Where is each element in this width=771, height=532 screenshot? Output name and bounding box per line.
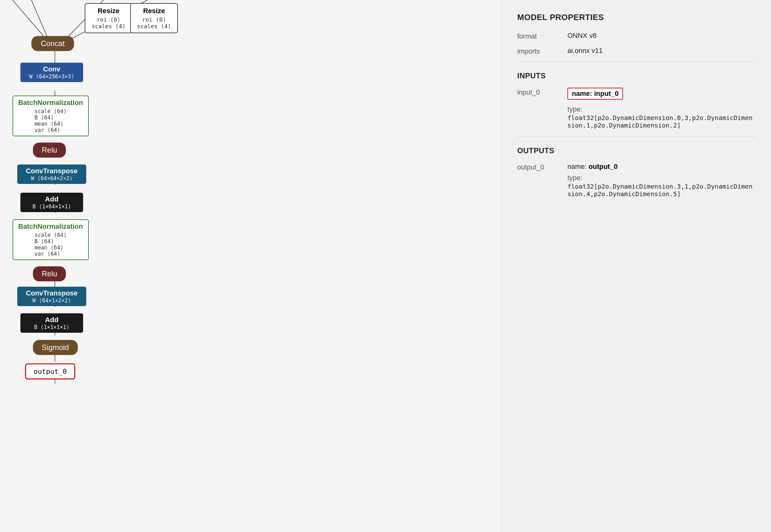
node-add-2[interactable]: Add B ⟨1×1×1×1⟩ bbox=[20, 313, 83, 333]
output-title: output_0 bbox=[34, 368, 67, 375]
conv1-params: W ⟨64×256×3×3⟩ bbox=[29, 73, 74, 80]
properties-panel: MODEL PROPERTIES format ONNX v8 imports … bbox=[501, 0, 771, 532]
node-relu-2[interactable]: Relu bbox=[33, 266, 66, 281]
relu2-title: Relu bbox=[42, 269, 57, 278]
input-0-block: input_0 name: input_0 type: float32[p2o.… bbox=[517, 88, 755, 129]
model-properties-title: MODEL PROPERTIES bbox=[517, 13, 755, 22]
output-0-name-prefix: name: bbox=[567, 163, 589, 170]
inputs-section-title: INPUTS bbox=[517, 71, 755, 80]
node-batchnorm-2[interactable]: BatchNormalization scale ⟨64⟩B ⟨64⟩mean … bbox=[13, 219, 89, 260]
node-resize-1[interactable]: Resize roi ⟨0⟩scales ⟨4⟩ bbox=[85, 3, 132, 33]
node-batchnorm-1[interactable]: BatchNormalization scale ⟨64⟩B ⟨64⟩mean … bbox=[13, 96, 89, 136]
convtranspose1-params: W ⟨64×64×2×2⟩ bbox=[31, 175, 72, 181]
resize2-title: Resize bbox=[143, 7, 165, 15]
input-0-name-prefix: name: bbox=[572, 90, 594, 97]
node-convtranspose-2[interactable]: ConvTranspose W ⟨64×1×2×2⟩ bbox=[17, 287, 86, 306]
add1-title: Add bbox=[45, 195, 59, 203]
output-0-type-value: float32[p2o.DynamicDimension.3,1,p2o.Dyn… bbox=[567, 183, 755, 198]
input-0-type-value: float32[p2o.DynamicDimension.0,3,p2o.Dyn… bbox=[567, 114, 755, 129]
imports-label: imports bbox=[517, 47, 567, 55]
input-0-type-label: type: bbox=[567, 105, 583, 113]
concat-title: Concat bbox=[41, 39, 65, 48]
node-sigmoid[interactable]: Sigmoid bbox=[33, 340, 78, 355]
output-0-type-row: type: float32[p2o.DynamicDimension.3,1,p… bbox=[567, 173, 755, 198]
batchnorm1-title: BatchNormalization bbox=[18, 99, 83, 107]
divider-2 bbox=[517, 137, 755, 137]
node-add-1[interactable]: Add B ⟨1×64×1×1⟩ bbox=[20, 193, 83, 212]
node-concat[interactable]: Concat bbox=[31, 36, 74, 51]
input-0-name-value: input_0 bbox=[594, 90, 619, 97]
input-0-label: input_0 bbox=[517, 88, 567, 96]
node-output-0[interactable]: output_0 bbox=[25, 363, 75, 379]
output-0-details: name: output_0 type: float32[p2o.Dynamic… bbox=[567, 163, 755, 198]
graph-panel: Resize roi ⟨0⟩scales ⟨4⟩ Resize roi ⟨0⟩s… bbox=[0, 0, 501, 532]
input-0-name-box[interactable]: name: input_0 bbox=[567, 88, 623, 100]
add2-params: B ⟨1×1×1×1⟩ bbox=[34, 324, 70, 330]
divider-1 bbox=[517, 62, 755, 62]
input-0-details: name: input_0 type: float32[p2o.DynamicD… bbox=[567, 88, 755, 129]
add2-title: Add bbox=[45, 316, 59, 324]
output-0-label: output_0 bbox=[517, 163, 567, 171]
format-value: ONNX v8 bbox=[567, 32, 597, 40]
resize1-title: Resize bbox=[97, 7, 119, 15]
output-0-type-label: type: bbox=[567, 174, 583, 182]
resize2-params: roi ⟨0⟩scales ⟨4⟩ bbox=[137, 16, 171, 29]
batchnorm1-params: scale ⟨64⟩B ⟨64⟩mean ⟨64⟩var ⟨64⟩ bbox=[34, 108, 66, 133]
output-0-block: output_0 name: output_0 type: float32[p2… bbox=[517, 163, 755, 198]
format-label: format bbox=[517, 32, 567, 40]
output-0-name-value: output_0 bbox=[589, 163, 618, 170]
imports-row: imports ai.onnx v11 bbox=[517, 47, 755, 55]
convtranspose2-title: ConvTranspose bbox=[26, 289, 77, 297]
outputs-section-title: OUTPUTS bbox=[517, 146, 755, 155]
format-row: format ONNX v8 bbox=[517, 32, 755, 40]
convtranspose2-params: W ⟨64×1×2×2⟩ bbox=[33, 297, 71, 304]
add1-params: B ⟨1×64×1×1⟩ bbox=[33, 203, 71, 210]
resize1-params: roi ⟨0⟩scales ⟨4⟩ bbox=[92, 16, 125, 29]
node-convtranspose-1[interactable]: ConvTranspose W ⟨64×64×2×2⟩ bbox=[17, 164, 86, 184]
node-relu-1[interactable]: Relu bbox=[33, 143, 66, 158]
conv1-title: Conv bbox=[43, 65, 60, 73]
node-resize-2[interactable]: Resize roi ⟨0⟩scales ⟨4⟩ bbox=[130, 3, 178, 33]
relu1-title: Relu bbox=[42, 146, 57, 154]
convtranspose1-title: ConvTranspose bbox=[26, 167, 77, 175]
imports-value: ai.onnx v11 bbox=[567, 47, 603, 55]
batchnorm2-params: scale ⟨64⟩B ⟨64⟩mean ⟨64⟩var ⟨64⟩ bbox=[34, 232, 66, 257]
batchnorm2-title: BatchNormalization bbox=[18, 222, 83, 231]
output-0-name-row: name: output_0 bbox=[567, 163, 755, 171]
node-conv-1[interactable]: Conv W ⟨64×256×3×3⟩ bbox=[20, 63, 83, 82]
input-0-type-row: type: float32[p2o.DynamicDimension.0,3,p… bbox=[567, 105, 755, 129]
sigmoid-title: Sigmoid bbox=[42, 343, 69, 352]
